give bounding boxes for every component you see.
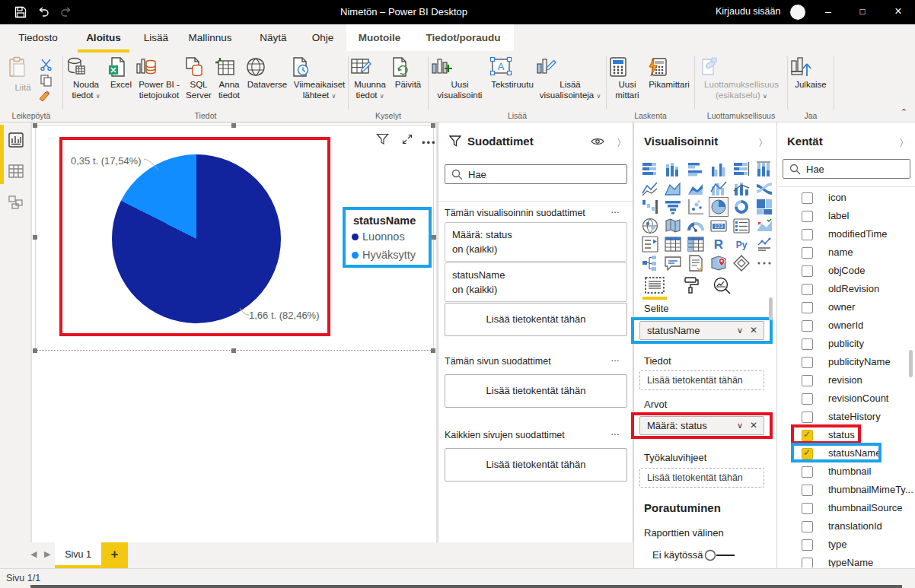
more-options-icon[interactable]: ••• [422, 137, 429, 148]
fields-search-input[interactable]: Hae [783, 159, 910, 179]
field-checkbox[interactable] [802, 503, 813, 514]
field-checkbox[interactable] [802, 284, 813, 295]
field-checkbox[interactable] [802, 412, 813, 423]
collapse-visualizations-icon[interactable]: 〉 [758, 136, 768, 150]
new-measure-button[interactable]: Uusimittari [608, 55, 646, 100]
all-pages-filters-dropzone[interactable]: Lisää tietokentät tähän [445, 448, 627, 482]
power-apps-icon[interactable] [732, 254, 751, 272]
field-row-typeName[interactable]: typeName [777, 555, 915, 567]
next-page-arrow[interactable]: ▶ [44, 549, 50, 559]
field-checkbox[interactable] [802, 539, 813, 551]
tab-n-yt-[interactable]: Näytä [250, 24, 297, 51]
new-page-button[interactable]: + [101, 542, 128, 568]
field-row-publicity[interactable]: publicity [777, 335, 915, 354]
line-chart-icon[interactable] [641, 180, 659, 198]
fields-scrollbar[interactable] [909, 350, 913, 377]
collapse-fields-icon[interactable]: 〉 [899, 136, 909, 150]
legend-item-luonnos[interactable]: Luonnos [352, 230, 405, 243]
filter-card-status[interactable]: Määrä: statuson (kaikki) [445, 222, 627, 262]
model-view-icon[interactable] [8, 194, 24, 211]
filter-card-statusname[interactable]: statusNameon (kaikki) [445, 262, 627, 302]
tab-muotoile[interactable]: Muotoile [346, 24, 413, 51]
filled-map-icon[interactable] [664, 217, 682, 235]
card-123-icon[interactable]: 123123 [709, 217, 728, 235]
gauge-icon[interactable] [687, 217, 705, 235]
format-tab-icon[interactable] [683, 276, 700, 294]
field-checkbox[interactable] [802, 375, 813, 386]
field-row-thumbnail[interactable]: thumbnail [777, 463, 915, 482]
map-icon[interactable] [641, 217, 659, 235]
refresh-button[interactable]: Päivitä [390, 55, 426, 91]
field-row-translationId[interactable]: translationId [777, 518, 915, 536]
field-row-publicityName[interactable]: publicityName [777, 354, 915, 372]
viz-scrollbar[interactable] [769, 297, 773, 320]
field-row-icon[interactable]: icon [777, 189, 915, 208]
field-row-revision[interactable]: revision [777, 372, 915, 390]
narrative-icon[interactable] [687, 254, 705, 272]
col-100-icon[interactable] [755, 161, 773, 179]
redo-icon[interactable] [59, 5, 73, 19]
tab-tiedosto[interactable]: Tiedosto [11, 24, 65, 51]
field-checkbox[interactable] [802, 320, 813, 332]
report-view-icon[interactable] [8, 132, 24, 148]
field-row-thumbnailSource[interactable]: thumbnailSource [777, 500, 915, 518]
legend-item-hyvaksytty[interactable]: Hyväksytty [352, 249, 416, 261]
field-checkbox[interactable] [802, 485, 813, 496]
page-filters-more-icon[interactable]: … [611, 353, 620, 364]
bar-h-clustered-icon[interactable] [687, 161, 705, 179]
analytics-tab-icon[interactable] [713, 276, 732, 294]
field-row-statusName[interactable]: statusName [777, 445, 915, 463]
prev-page-arrow[interactable]: ◀ [30, 549, 37, 559]
field-checkbox[interactable] [802, 393, 813, 405]
collapse-ribbon-icon[interactable]: ⌃ [901, 107, 907, 117]
funnel-icon[interactable] [664, 198, 682, 216]
cut-icon[interactable] [40, 58, 53, 71]
values-field-pill[interactable]: Määrä: status∨✕ [639, 416, 764, 435]
field-row-thumbnailMimeTy[interactable]: thumbnailMimeTy... [777, 482, 915, 500]
recent-sources-button[interactable]: Viimeaikaisetlähteet ∨ [290, 55, 349, 101]
enter-data-button[interactable]: Annatiedot [214, 55, 244, 100]
area-stacked-icon[interactable] [687, 180, 705, 198]
python-icon[interactable]: Py [732, 235, 751, 253]
page-filters-dropzone[interactable]: Lisää tietokentät tähän [445, 374, 627, 408]
tooltips-dropzone[interactable]: Lisää tietokentät tähän [639, 468, 764, 488]
multi-row-card-icon[interactable] [732, 217, 751, 235]
tab-ohje[interactable]: Ohje [303, 24, 343, 51]
collapse-filters-icon[interactable]: 〉 [617, 136, 626, 150]
visual-filters-more-icon[interactable]: … [611, 205, 620, 215]
tab-mallinnus[interactable]: Mallinnus [181, 24, 239, 51]
field-row-revisionCount[interactable]: revisionCount [777, 390, 915, 408]
scatter-icon[interactable] [687, 198, 705, 216]
transform-data-button[interactable]: Muunnatiedot ∨ [350, 55, 390, 101]
field-checkbox[interactable] [802, 229, 813, 240]
visual-filters-dropzone[interactable]: Lisää tietokentät tähän [445, 303, 627, 336]
combo-chart-icon[interactable] [709, 180, 728, 198]
minimize-button[interactable]: – [811, 0, 845, 24]
qa-icon[interactable] [664, 254, 682, 272]
save-icon[interactable] [14, 5, 27, 19]
filters-search-input[interactable]: Hae [445, 164, 627, 184]
field-row-modifiedTime[interactable]: modifiedTime [777, 226, 915, 244]
field-row-owner[interactable]: owner [777, 299, 915, 317]
field-row-type[interactable]: type [777, 536, 915, 555]
close-button[interactable]: × [882, 0, 915, 24]
field-row-name[interactable]: name [777, 244, 915, 262]
field-row-label[interactable]: label [777, 208, 915, 226]
quick-measure-button[interactable]: Pikamittari [646, 55, 692, 91]
bar-h-100-icon[interactable] [732, 161, 751, 179]
dataverse-button[interactable]: Dataverse [244, 55, 290, 91]
page-tab-sivu1[interactable]: Sivu 1 [55, 542, 101, 568]
field-row-ownerId[interactable]: ownerId [777, 317, 915, 335]
table-icon[interactable] [664, 235, 682, 253]
publish-button[interactable]: Julkaise [789, 55, 832, 91]
field-checkbox[interactable] [802, 357, 813, 368]
col-stacked-icon[interactable] [664, 161, 682, 179]
drill-toggle[interactable] [704, 549, 736, 561]
tab-tiedot-poraudu[interactable]: Tiedot/poraudu [413, 24, 514, 51]
field-checkbox[interactable] [802, 211, 813, 222]
all-pages-filters-more-icon[interactable]: … [611, 427, 620, 437]
undo-icon[interactable] [37, 5, 50, 19]
tab-lis-[interactable]: Lisää [137, 24, 175, 51]
ribbon-chart-icon[interactable] [755, 180, 773, 198]
field-checkbox[interactable] [802, 338, 813, 350]
